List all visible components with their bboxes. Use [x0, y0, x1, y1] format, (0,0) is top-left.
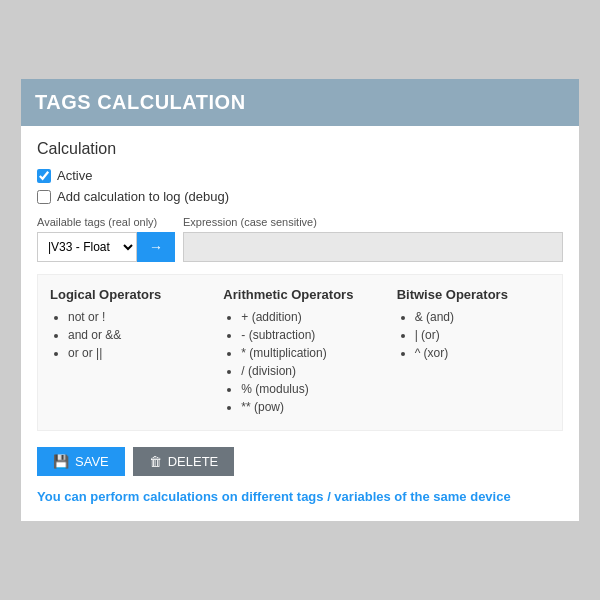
debug-checkbox[interactable] — [37, 190, 51, 204]
operators-section: Logical Operators not or ! and or && or … — [37, 274, 563, 431]
tags-select-wrap: |V33 - Float |V34 - Float |V35 - Float → — [37, 232, 175, 262]
bitwise-operators-list: & (and) | (or) ^ (xor) — [397, 310, 550, 360]
list-item: ^ (xor) — [415, 346, 550, 360]
debug-label: Add calculation to log (debug) — [57, 189, 229, 204]
tags-field-label: Available tags (real only) — [37, 216, 175, 228]
list-item: + (addition) — [241, 310, 376, 324]
list-item: ** (pow) — [241, 400, 376, 414]
debug-checkbox-row: Add calculation to log (debug) — [37, 189, 563, 204]
list-item: and or && — [68, 328, 203, 342]
page-title: TAGS CALCULATION — [35, 91, 565, 114]
list-item: * (multiplication) — [241, 346, 376, 360]
expression-input[interactable] — [183, 232, 563, 262]
card-header: TAGS CALCULATION — [21, 79, 579, 126]
arrow-right-icon: → — [149, 239, 163, 255]
logical-operators-list: not or ! and or && or or || — [50, 310, 203, 360]
arithmetic-operators-title: Arithmetic Operators — [223, 287, 376, 302]
list-item: / (division) — [241, 364, 376, 378]
bitwise-operators-title: Bitwise Operators — [397, 287, 550, 302]
arithmetic-operators-group: Arithmetic Operators + (addition) - (sub… — [223, 287, 376, 418]
add-tag-button[interactable]: → — [137, 232, 175, 262]
active-label: Active — [57, 168, 92, 183]
expression-field-label: Expression (case sensitive) — [183, 216, 563, 228]
info-text: You can perform calculations on differen… — [37, 488, 563, 506]
list-item: - (subtraction) — [241, 328, 376, 342]
action-buttons-row: 💾 SAVE 🗑 DELETE — [37, 447, 563, 476]
active-checkbox-row: Active — [37, 168, 563, 183]
bitwise-operators-group: Bitwise Operators & (and) | (or) ^ (xor) — [397, 287, 550, 418]
section-title: Calculation — [37, 140, 563, 158]
expression-column: Expression (case sensitive) — [183, 216, 563, 262]
active-checkbox[interactable] — [37, 169, 51, 183]
list-item: % (modulus) — [241, 382, 376, 396]
list-item: not or ! — [68, 310, 203, 324]
list-item: | (or) — [415, 328, 550, 342]
save-button[interactable]: 💾 SAVE — [37, 447, 125, 476]
tags-select[interactable]: |V33 - Float |V34 - Float |V35 - Float — [37, 232, 137, 262]
delete-button[interactable]: 🗑 DELETE — [133, 447, 235, 476]
save-icon: 💾 — [53, 454, 69, 469]
logical-operators-title: Logical Operators — [50, 287, 203, 302]
delete-label: DELETE — [168, 454, 219, 469]
tags-expression-row: Available tags (real only) |V33 - Float … — [37, 216, 563, 262]
arithmetic-operators-list: + (addition) - (subtraction) * (multipli… — [223, 310, 376, 414]
card-body: Calculation Active Add calculation to lo… — [21, 126, 579, 520]
tags-column: Available tags (real only) |V33 - Float … — [37, 216, 175, 262]
delete-icon: 🗑 — [149, 454, 162, 469]
list-item: or or || — [68, 346, 203, 360]
save-label: SAVE — [75, 454, 109, 469]
list-item: & (and) — [415, 310, 550, 324]
logical-operators-group: Logical Operators not or ! and or && or … — [50, 287, 203, 418]
main-card: TAGS CALCULATION Calculation Active Add … — [20, 78, 580, 521]
